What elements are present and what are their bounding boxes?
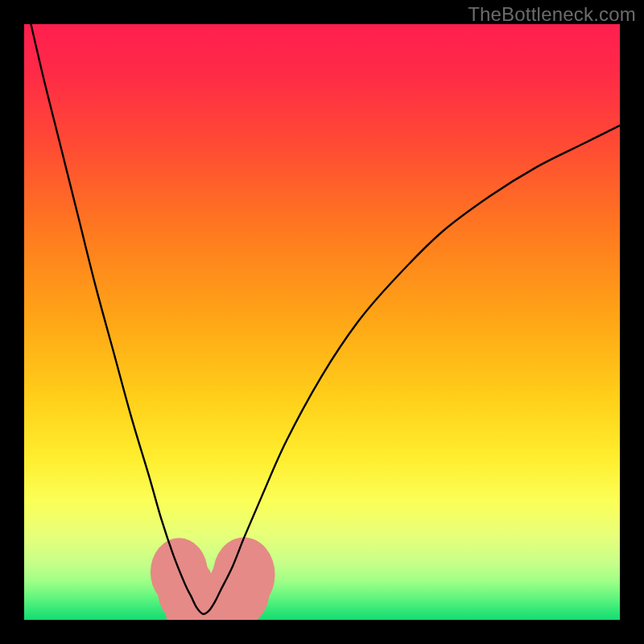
highlight-blob	[213, 538, 275, 612]
watermark-text: TheBottleneck.com	[468, 3, 636, 26]
chart-frame: TheBottleneck.com	[0, 0, 644, 644]
bottleneck-curve	[24, 24, 620, 614]
highlight-markers	[151, 538, 275, 620]
curve-layer	[24, 24, 620, 620]
plot-area	[24, 24, 620, 620]
